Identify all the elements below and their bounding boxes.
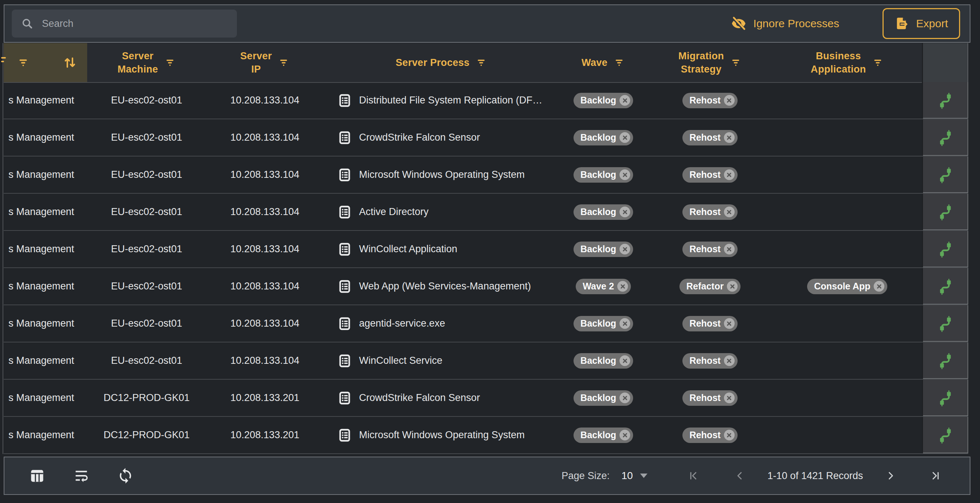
chip-remove-icon[interactable] [724, 244, 735, 254]
migration-strategy-chip[interactable]: Rehost [682, 241, 738, 257]
chip-remove-icon[interactable] [617, 281, 628, 292]
migration-strategy-chip[interactable]: Refactor [679, 279, 741, 294]
wave-chip[interactable]: Backlog [574, 93, 633, 108]
table-row[interactable]: s Management DC12-PROD-GK01 10.208.133.2… [4, 417, 968, 454]
chip-remove-icon[interactable] [619, 132, 630, 143]
chip-remove-icon[interactable] [619, 169, 630, 180]
table-row[interactable]: s Management EU-esc02-ost01 10.208.133.1… [4, 82, 968, 119]
dependencies-cell[interactable] [922, 305, 968, 342]
server-machine-cell: EU-esc02-ost01 [87, 231, 206, 267]
dependencies-cell[interactable] [922, 156, 968, 193]
wave-chip[interactable]: Backlog [574, 353, 633, 369]
chip-remove-icon[interactable] [619, 207, 630, 217]
table-row[interactable]: s Management EU-esc02-ost01 10.208.133.1… [4, 194, 968, 231]
table-row[interactable]: s Management EU-esc02-ost01 10.208.133.1… [4, 305, 968, 342]
search-box[interactable] [12, 10, 237, 38]
wrap-text-icon[interactable] [73, 467, 90, 484]
columns-icon[interactable] [29, 467, 46, 484]
wave-chip[interactable]: Backlog [574, 241, 633, 257]
search-input[interactable] [41, 18, 228, 30]
dependencies-cell[interactable] [922, 82, 968, 118]
table-row[interactable]: s Management EU-esc02-ost01 10.208.133.1… [4, 342, 968, 380]
wave-chip[interactable]: Backlog [574, 130, 633, 145]
migration-strategy-chip[interactable]: Rehost [682, 428, 738, 443]
filter-icon[interactable] [475, 57, 487, 69]
cable-plugs-icon [937, 315, 954, 332]
dependencies-cell[interactable] [922, 268, 968, 305]
wave-chip[interactable]: Backlog [574, 167, 633, 183]
chip-remove-icon[interactable] [619, 430, 630, 441]
filter-icon[interactable] [164, 57, 176, 69]
filter-icon[interactable] [613, 57, 625, 69]
dependencies-cell[interactable] [922, 342, 968, 379]
chip-remove-icon[interactable] [619, 95, 630, 106]
next-page-button[interactable] [885, 469, 897, 482]
dependencies-cell[interactable] [922, 194, 968, 230]
dependencies-cell[interactable] [922, 231, 968, 267]
first-page-button[interactable] [687, 469, 700, 482]
header-cell-clipped-column[interactable] [4, 43, 87, 82]
sort-icon[interactable] [62, 54, 78, 71]
header-cell-server-ip[interactable]: ServerIP [206, 43, 324, 82]
ignore-processes-button[interactable]: Ignore Processes [730, 16, 839, 32]
header-cell-server-machine[interactable]: ServerMachine [87, 43, 206, 82]
migration-strategy-chip[interactable]: Rehost [682, 204, 738, 220]
export-button[interactable]: Export [883, 8, 960, 39]
wave-chip[interactable]: Backlog [574, 316, 633, 331]
dependencies-cell[interactable] [922, 417, 968, 453]
chip-remove-icon[interactable] [874, 281, 885, 292]
caret-down-icon[interactable] [640, 474, 648, 478]
chip-label: Rehost [689, 430, 721, 441]
chip-remove-icon[interactable] [619, 318, 630, 329]
filter-icon[interactable] [278, 57, 290, 69]
header-cell-business-application[interactable]: BusinessApplication [773, 43, 922, 82]
page-size-value[interactable]: 10 [621, 470, 633, 482]
clipped-column-cell: s Management [4, 82, 87, 118]
migration-strategy-chip[interactable]: Rehost [682, 130, 738, 145]
clipped-column-cell: s Management [4, 119, 87, 156]
wave-chip[interactable]: Backlog [574, 390, 633, 406]
migration-strategy-chip[interactable]: Rehost [682, 316, 738, 331]
server-process-cell: CrowdStrike Falcon Sensor [324, 380, 559, 416]
chip-remove-icon[interactable] [724, 355, 735, 366]
server-process-cell: WinCollect Application [324, 231, 559, 267]
wave-chip[interactable]: Backlog [574, 204, 633, 220]
table-row[interactable]: s Management EU-esc02-ost01 10.208.133.1… [4, 156, 968, 194]
dependencies-cell[interactable] [922, 119, 968, 156]
migration-strategy-chip[interactable]: Rehost [682, 167, 738, 183]
chip-remove-icon[interactable] [724, 430, 735, 441]
refresh-icon[interactable] [117, 467, 134, 484]
filter-icon[interactable] [872, 57, 884, 69]
business-application-chip[interactable]: Console App [807, 279, 887, 294]
chip-remove-icon[interactable] [724, 207, 735, 217]
column-title: BusinessApplication [811, 50, 866, 76]
header-cell-server-process[interactable]: Server Process [324, 43, 559, 82]
wave-chip[interactable]: Backlog [574, 428, 633, 443]
server-process-cell: Microsoft Windows Operating System [324, 156, 559, 193]
chip-remove-icon[interactable] [724, 132, 735, 143]
filter-icon[interactable] [17, 56, 29, 69]
filter-icon[interactable] [730, 57, 741, 69]
table-row[interactable]: s Management EU-esc02-ost01 10.208.133.1… [4, 268, 968, 305]
last-page-button[interactable] [929, 469, 942, 482]
chip-remove-icon[interactable] [619, 393, 630, 403]
dependencies-cell[interactable] [922, 380, 968, 416]
header-cell-wave[interactable]: Wave [559, 43, 648, 82]
chip-remove-icon[interactable] [724, 318, 735, 329]
migration-strategy-chip[interactable]: Rehost [682, 93, 738, 108]
table-row[interactable]: s Management EU-esc02-ost01 10.208.133.1… [4, 231, 968, 268]
migration-strategy-chip[interactable]: Rehost [682, 353, 738, 369]
chip-remove-icon[interactable] [724, 169, 735, 180]
wave-chip[interactable]: Wave 2 [576, 279, 631, 294]
chip-remove-icon[interactable] [619, 244, 630, 254]
chip-remove-icon[interactable] [724, 95, 735, 106]
server-machine-cell: EU-esc02-ost01 [87, 119, 206, 156]
prev-page-button[interactable] [733, 469, 746, 482]
chip-remove-icon[interactable] [727, 281, 738, 292]
chip-remove-icon[interactable] [619, 355, 630, 366]
migration-strategy-chip[interactable]: Rehost [682, 390, 738, 406]
header-cell-migration-strategy[interactable]: MigrationStrategy [648, 43, 773, 82]
table-row[interactable]: s Management DC12-PROD-GK01 10.208.133.2… [4, 380, 968, 417]
table-row[interactable]: s Management EU-esc02-ost01 10.208.133.1… [4, 119, 968, 156]
chip-remove-icon[interactable] [724, 393, 735, 403]
